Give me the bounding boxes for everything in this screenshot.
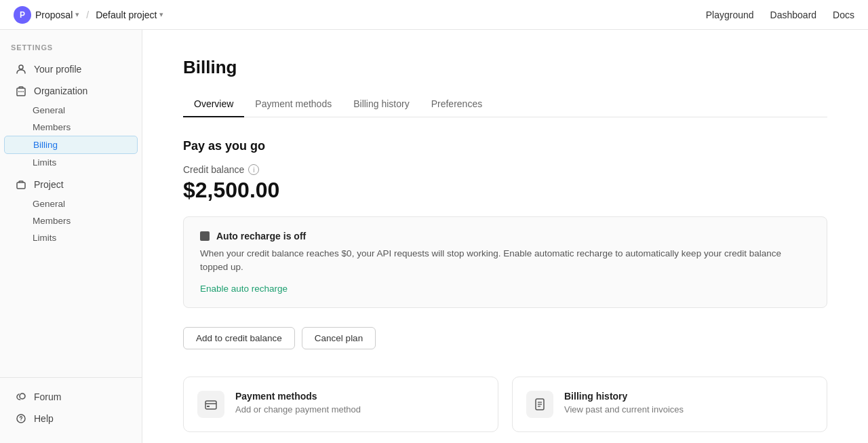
- section-title: Pay as you go: [183, 139, 827, 153]
- action-buttons: Add to credit balance Cancel plan: [183, 327, 827, 349]
- navbar-playground-link[interactable]: Playground: [706, 9, 754, 20]
- sidebar-sub-item-general[interactable]: General: [4, 102, 138, 119]
- svg-rect-11: [205, 401, 216, 409]
- sidebar-item-project[interactable]: Project: [4, 174, 138, 195]
- tab-overview[interactable]: Overview: [183, 92, 244, 117]
- navbar: P Proposal ▾ / Default project ▾ Playgro…: [0, 0, 868, 30]
- sidebar-section-label: SETTINGS: [0, 43, 142, 58]
- billing-history-card-desc: View past and current invoices: [564, 404, 684, 415]
- auto-recharge-box: Auto recharge is off When your credit ba…: [183, 216, 827, 308]
- cancel-plan-button[interactable]: Cancel plan: [302, 327, 376, 349]
- payment-methods-card-title: Payment methods: [235, 391, 361, 402]
- recharge-header: Auto recharge is off: [200, 231, 810, 242]
- sidebar-group-organization: Organization General Members Billing Lim…: [0, 80, 142, 171]
- navbar-docs-link[interactable]: Docs: [833, 9, 854, 20]
- add-to-credit-balance-button[interactable]: Add to credit balance: [183, 327, 295, 349]
- navbar-separator: /: [86, 9, 89, 20]
- billing-history-card-content: Billing history View past and current in…: [564, 391, 684, 415]
- sidebar-item-your-profile[interactable]: Your profile: [4, 58, 138, 80]
- sidebar: SETTINGS Your profile: [0, 30, 142, 443]
- sidebar-sub-item-billing[interactable]: Billing: [4, 136, 138, 154]
- navbar-dashboard-link[interactable]: Dashboard: [770, 9, 817, 20]
- navbar-project-name[interactable]: Proposal ▾: [35, 9, 79, 20]
- recharge-status-dot: [200, 231, 210, 241]
- svg-rect-13: [207, 406, 210, 407]
- sidebar-sub-item-project-general[interactable]: General: [4, 195, 138, 212]
- card-billing-history-icon: [526, 391, 553, 418]
- recharge-title: Auto recharge is off: [216, 231, 306, 242]
- project-avatar[interactable]: P: [14, 6, 31, 24]
- navbar-right: Playground Dashboard Docs: [706, 9, 854, 20]
- forum-icon: [15, 391, 27, 403]
- navbar-left: P Proposal ▾ / Default project ▾: [14, 6, 701, 24]
- enable-auto-recharge-link[interactable]: Enable auto recharge: [200, 284, 288, 294]
- building-icon: [15, 85, 27, 97]
- tab-payment-methods[interactable]: Payment methods: [244, 92, 342, 117]
- payment-methods-card[interactable]: Payment methods Add or change payment me…: [183, 377, 498, 432]
- sidebar-sub-item-project-limits[interactable]: Limits: [4, 229, 138, 246]
- payment-methods-card-desc: Add or change payment method: [235, 404, 361, 415]
- sidebar-item-organization[interactable]: Organization: [4, 80, 138, 102]
- billing-cards-grid: Payment methods Add or change payment me…: [183, 377, 827, 444]
- sidebar-label-project: Project: [34, 179, 64, 190]
- billing-history-card[interactable]: Billing history View past and current in…: [512, 377, 827, 432]
- default-project-chevron-icon: ▾: [159, 10, 163, 19]
- briefcase-icon: [15, 178, 27, 191]
- sidebar-bottom: Forum Help: [0, 377, 142, 429]
- billing-tabs: Overview Payment methods Billing history…: [183, 92, 827, 117]
- sidebar-sub-item-members[interactable]: Members: [4, 119, 138, 136]
- credit-amount: $2,500.00: [183, 178, 827, 203]
- card-payment-methods-icon: [197, 391, 224, 418]
- credit-balance-info-icon[interactable]: i: [248, 164, 259, 175]
- project-chevron-icon: ▾: [75, 10, 79, 19]
- main-content: Billing Overview Payment methods Billing…: [142, 30, 868, 443]
- tab-preferences[interactable]: Preferences: [420, 92, 493, 117]
- person-icon: [15, 63, 27, 75]
- navbar-default-project[interactable]: Default project ▾: [96, 9, 163, 20]
- recharge-description: When your credit balance reaches $0, you…: [200, 247, 810, 275]
- billing-history-card-title: Billing history: [564, 391, 684, 402]
- sidebar-item-help[interactable]: Help: [4, 408, 138, 429]
- sidebar-label-organization: Organization: [34, 85, 87, 96]
- sidebar-label-forum: Forum: [34, 391, 61, 402]
- tab-billing-history[interactable]: Billing history: [342, 92, 420, 117]
- svg-point-10: [20, 420, 21, 421]
- svg-point-0: [19, 65, 23, 69]
- sidebar-item-forum[interactable]: Forum: [4, 386, 138, 408]
- credit-balance-label: Credit balance i: [183, 164, 827, 175]
- sidebar-group-project: Project General Members Limits: [0, 174, 142, 246]
- sidebar-label-help: Help: [34, 413, 54, 424]
- sidebar-sub-item-limits[interactable]: Limits: [4, 154, 138, 171]
- help-icon: [15, 412, 27, 425]
- sidebar-label-your-profile: Your profile: [34, 64, 81, 75]
- layout: SETTINGS Your profile: [0, 30, 868, 443]
- page-title: Billing: [183, 57, 827, 78]
- sidebar-sub-item-project-members[interactable]: Members: [4, 212, 138, 229]
- svg-rect-5: [17, 182, 25, 189]
- payment-methods-card-content: Payment methods Add or change payment me…: [235, 391, 361, 415]
